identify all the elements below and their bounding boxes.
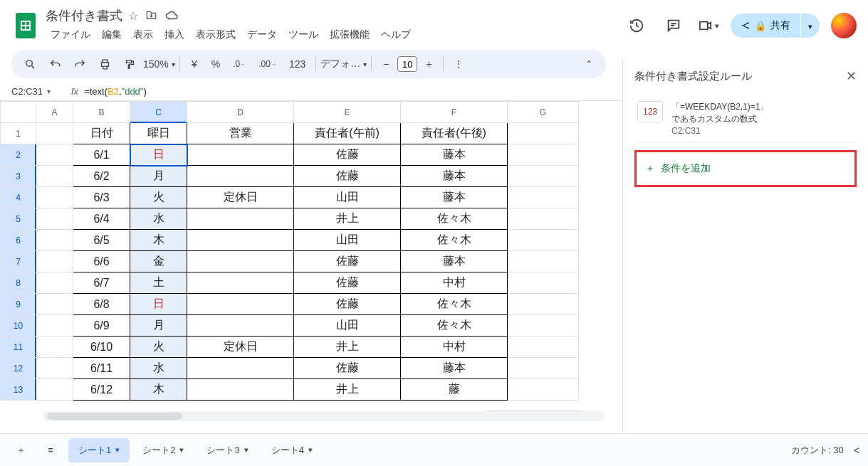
row-header[interactable]: 1: [1, 123, 36, 144]
history-icon[interactable]: [624, 13, 649, 38]
currency-button[interactable]: ¥: [184, 54, 204, 74]
cell[interactable]: [36, 315, 73, 337]
sheet-tab[interactable]: シート3▾: [197, 438, 258, 462]
cell[interactable]: [187, 208, 294, 230]
cell[interactable]: 藤: [401, 379, 508, 401]
meet-icon[interactable]: ▾: [698, 13, 719, 38]
sheet-tab[interactable]: シート1▾: [68, 438, 130, 462]
menu-item[interactable]: ファイル: [46, 26, 95, 44]
cell[interactable]: 金: [130, 251, 187, 272]
cell[interactable]: [36, 208, 73, 230]
cell[interactable]: 中村: [401, 272, 508, 294]
cell[interactable]: 定休日: [187, 337, 294, 358]
cell[interactable]: 藤本: [401, 358, 508, 379]
more-formats-button[interactable]: 123: [283, 54, 311, 74]
cell[interactable]: [508, 294, 579, 315]
redo-button[interactable]: [68, 54, 92, 75]
cell[interactable]: 6/8: [73, 294, 130, 315]
menu-item[interactable]: 挿入: [160, 26, 189, 44]
cell[interactable]: [187, 230, 294, 251]
cell[interactable]: 井上: [294, 208, 401, 230]
fontsize-input[interactable]: [397, 56, 417, 72]
cell[interactable]: 6/12: [73, 379, 130, 401]
cell[interactable]: 営業: [187, 123, 294, 144]
cell[interactable]: 山田: [294, 315, 401, 337]
cell[interactable]: 6/9: [73, 315, 130, 337]
row-header[interactable]: 2: [1, 144, 36, 166]
menu-item[interactable]: ツール: [283, 26, 323, 44]
formula-input[interactable]: =text(B2,"ddd"): [84, 86, 147, 97]
cell[interactable]: 井上: [294, 379, 401, 401]
column-header[interactable]: E: [294, 102, 401, 123]
menu-item[interactable]: 表示形式: [191, 26, 241, 44]
fontsize-decrease[interactable]: −: [376, 54, 396, 74]
cell[interactable]: 藤本: [401, 144, 508, 166]
share-button[interactable]: 🔒共有: [731, 14, 800, 38]
cell[interactable]: [36, 379, 73, 401]
row-header[interactable]: 8: [1, 272, 36, 294]
all-sheets-button[interactable]: ≡: [38, 438, 63, 462]
cell[interactable]: 木: [130, 379, 187, 401]
row-header[interactable]: 5: [1, 208, 36, 230]
cell[interactable]: [36, 230, 73, 251]
sheets-logo[interactable]: [11, 11, 40, 40]
cell[interactable]: [508, 358, 579, 379]
percent-button[interactable]: %: [206, 54, 226, 74]
increase-decimal-button[interactable]: .00→: [253, 55, 282, 73]
cell[interactable]: [187, 272, 294, 294]
row-header[interactable]: 9: [1, 294, 36, 315]
cell[interactable]: [187, 358, 294, 379]
row-header[interactable]: 13: [1, 379, 36, 401]
row-header[interactable]: 7: [1, 251, 36, 272]
cell[interactable]: [508, 379, 579, 401]
undo-button[interactable]: [43, 54, 67, 75]
cell[interactable]: [36, 144, 73, 166]
cell[interactable]: 6/6: [73, 251, 130, 272]
cell[interactable]: [508, 251, 579, 272]
cell[interactable]: [187, 294, 294, 315]
row-header[interactable]: 4: [1, 187, 36, 208]
horizontal-scrollbar[interactable]: [43, 411, 605, 421]
cell[interactable]: [36, 123, 73, 144]
cell[interactable]: [508, 272, 579, 294]
cell[interactable]: 佐々木: [401, 315, 508, 337]
cell[interactable]: [187, 144, 294, 166]
column-header[interactable]: F: [401, 102, 508, 123]
sidebar-close-icon[interactable]: ✕: [846, 68, 857, 84]
cell[interactable]: 6/1: [73, 144, 130, 166]
select-all-corner[interactable]: [1, 102, 36, 123]
search-icon[interactable]: [19, 54, 42, 75]
cell[interactable]: [508, 166, 579, 187]
cell[interactable]: 山田: [294, 230, 401, 251]
cell[interactable]: 日付: [73, 123, 130, 144]
more-tools[interactable]: ⋮: [448, 54, 469, 74]
doc-title[interactable]: 条件付き書式: [46, 7, 122, 24]
name-box[interactable]: C2:C31▾: [11, 86, 61, 97]
cell[interactable]: [36, 272, 73, 294]
cell[interactable]: [36, 251, 73, 272]
cell[interactable]: 6/10: [73, 337, 130, 358]
cell[interactable]: 日: [130, 294, 187, 315]
cell[interactable]: [508, 187, 579, 208]
cell[interactable]: 火: [130, 337, 187, 358]
cell[interactable]: 6/5: [73, 230, 130, 251]
cell[interactable]: 佐藤: [294, 144, 401, 166]
cell[interactable]: 6/2: [73, 166, 130, 187]
cell[interactable]: [508, 337, 579, 358]
cell[interactable]: 水: [130, 208, 187, 230]
column-header[interactable]: B: [73, 102, 130, 123]
cell[interactable]: 佐藤: [294, 251, 401, 272]
cell[interactable]: [508, 230, 579, 251]
cell[interactable]: 佐々木: [401, 294, 508, 315]
menu-item[interactable]: データ: [242, 26, 282, 44]
decrease-decimal-button[interactable]: .0←: [227, 55, 251, 73]
cell[interactable]: 6/3: [73, 187, 130, 208]
cell[interactable]: [36, 187, 73, 208]
cell[interactable]: 井上: [294, 337, 401, 358]
cell[interactable]: 6/11: [73, 358, 130, 379]
cell[interactable]: [187, 251, 294, 272]
column-header[interactable]: C: [130, 102, 187, 123]
font-select[interactable]: デフォ…▾: [320, 58, 367, 70]
cell[interactable]: 佐藤: [294, 166, 401, 187]
sheet-tab[interactable]: シート4▾: [261, 438, 323, 462]
